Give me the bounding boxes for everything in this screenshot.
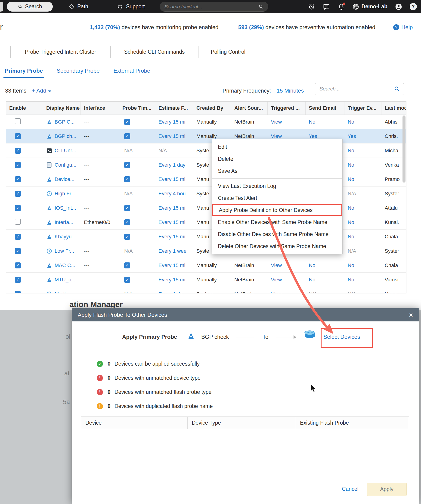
scrollbar-thumb[interactable]: [403, 115, 405, 183]
col-probe-timer[interactable]: Probe Tim...: [119, 102, 155, 114]
cell-trigger-event[interactable]: No: [344, 234, 381, 240]
search-module-button[interactable]: Search: [7, 2, 53, 12]
enable-checkbox[interactable]: ✓: [15, 133, 21, 139]
device-name-link[interactable]: BGP C...: [55, 119, 74, 125]
table-row[interactable]: ✓Mediu...---N/AEvery 1 daySystemNetBrain…: [6, 287, 406, 294]
cell-estimate-frequency[interactable]: Every 15 mi: [155, 277, 193, 283]
cell-estimate-frequency[interactable]: Every 15 mi: [155, 234, 193, 240]
cell-display-name[interactable]: Khayyu...: [43, 234, 81, 240]
device-name-link[interactable]: Khayyu...: [55, 234, 76, 240]
enable-checkbox[interactable]: ✓: [15, 234, 21, 240]
primary-frequency-value[interactable]: 15 Minutes: [277, 87, 304, 94]
path-button[interactable]: Path: [69, 0, 88, 13]
support-button[interactable]: Support: [117, 0, 145, 13]
col-alert-source[interactable]: Alert Sour...: [231, 102, 268, 114]
menu-item[interactable]: Enable Other Devices with Same Probe Nam…: [212, 216, 342, 228]
col-triggered[interactable]: Triggered ...: [268, 102, 306, 114]
cell-trigger-event[interactable]: No: [344, 176, 381, 182]
device-name-link[interactable]: Mediu...: [55, 291, 73, 294]
device-name-link[interactable]: Configu...: [55, 162, 76, 168]
device-name-link[interactable]: BGP ch...: [55, 133, 76, 139]
table-row[interactable]: ✓BGP ch...---✓Every 15 miManuallyNetBrai…: [6, 129, 406, 144]
cell-trigger-event[interactable]: No: [344, 162, 381, 168]
select-devices-link[interactable]: Select Devices: [323, 334, 360, 340]
cell-trigger-event[interactable]: No: [344, 148, 381, 154]
cell-send-email[interactable]: No: [306, 262, 344, 268]
enable-checkbox[interactable]: ✓: [15, 176, 21, 182]
cell-display-name[interactable]: High Fr...: [43, 191, 81, 197]
enable-checkbox[interactable]: ✓: [15, 162, 21, 168]
cell-send-email[interactable]: N/A: [306, 291, 344, 294]
cell-estimate-frequency[interactable]: Every 1 day: [155, 162, 193, 168]
cell-display-name[interactable]: CLI Unr...: [43, 148, 81, 154]
probe-timer-checkbox[interactable]: ✓: [124, 119, 130, 125]
menu-item[interactable]: Delete: [212, 153, 342, 165]
device-name-link[interactable]: MAC C...: [55, 262, 75, 268]
probe-timer-checkbox[interactable]: ✓: [124, 176, 130, 182]
cell-estimate-frequency[interactable]: Every 15 mi: [155, 205, 193, 211]
table-row[interactable]: BGP C...---✓Every 15 miManuallyNetBrainV…: [6, 115, 406, 129]
probe-timer-checkbox[interactable]: ✓: [124, 205, 130, 211]
help-link[interactable]: ? Help: [393, 24, 413, 30]
cell-estimate-frequency[interactable]: Every 4 hou: [155, 191, 193, 197]
cell-display-name[interactable]: Interfa...: [43, 219, 81, 225]
user-avatar[interactable]: [395, 3, 402, 10]
col-trigger-event[interactable]: Trigger Ev...: [344, 102, 381, 114]
menu-item[interactable]: Create Test Alert: [212, 192, 342, 204]
cell-display-name[interactable]: Configu...: [43, 162, 81, 168]
tab-probe-triggered-intent-cluster[interactable]: Probe Triggered Intent Cluster: [10, 46, 111, 58]
cell-send-email[interactable]: No: [306, 277, 344, 283]
menu-item[interactable]: Disable Other Devices with Same Probe Na…: [212, 228, 342, 240]
enable-checkbox[interactable]: ✓: [15, 148, 21, 154]
probe-timer-checkbox[interactable]: ✓: [124, 262, 130, 268]
cell-display-name[interactable]: MTU_c...: [43, 277, 81, 283]
device-name-link[interactable]: IOS_Int...: [55, 205, 76, 211]
cell-trigger-event[interactable]: No: [344, 205, 381, 211]
cancel-button[interactable]: Cancel: [342, 486, 359, 492]
alarm-icon[interactable]: [308, 3, 315, 10]
table-row[interactable]: ✓Device...---✓Every 15 miManuNoPramo: [6, 172, 406, 186]
device-name-link[interactable]: CLI Unr...: [55, 148, 76, 154]
tenant-selector[interactable]: Demo-Lab: [352, 3, 387, 10]
cell-estimate-frequency[interactable]: Every 15 mi: [155, 119, 193, 125]
cell-display-name[interactable]: MAC C...: [43, 262, 81, 268]
subtab-primary-probe[interactable]: Primary Probe: [3, 68, 44, 78]
close-icon[interactable]: ×: [409, 311, 413, 319]
device-name-link[interactable]: Interfa...: [55, 219, 73, 225]
cell-display-name[interactable]: BGP ch...: [43, 133, 81, 139]
notifications-bell-icon[interactable]: [338, 3, 345, 10]
cell-trigger-event[interactable]: No: [344, 262, 381, 268]
enable-checkbox[interactable]: ✓: [15, 291, 21, 294]
enable-checkbox[interactable]: [15, 118, 21, 124]
probe-timer-checkbox[interactable]: ✓: [124, 133, 130, 139]
add-button[interactable]: + Add: [32, 87, 51, 94]
subtab-secondary-probe[interactable]: Secondary Probe: [55, 68, 101, 78]
subtab-external-probe[interactable]: External Probe: [112, 68, 152, 78]
cell-trigger-event[interactable]: N/A: [344, 291, 381, 294]
cell-estimate-frequency[interactable]: Every 15 mi: [155, 262, 193, 268]
cell-trigger-event[interactable]: No: [344, 219, 381, 225]
col-display-name[interactable]: Display Name: [43, 102, 81, 114]
table-row[interactable]: Interfa...Ethernet0/0✓Every 15 miManuNoK…: [6, 215, 406, 229]
menu-item[interactable]: Delete Other Devices with Same Probe Nam…: [212, 240, 342, 252]
col-send-email[interactable]: Send Email: [306, 102, 344, 114]
device-name-link[interactable]: Low Fr...: [55, 248, 74, 254]
table-search[interactable]: [315, 83, 404, 95]
device-name-link[interactable]: High Fr...: [55, 191, 75, 197]
table-row[interactable]: ✓IOS_Int...---✓Every 15 miManuNoAttalu: [6, 201, 406, 215]
cell-send-email[interactable]: Yes: [306, 133, 344, 139]
cell-display-name[interactable]: IOS_Int...: [43, 205, 81, 211]
cell-triggered-view-link[interactable]: View: [268, 291, 306, 294]
cell-triggered-view-link[interactable]: View: [268, 133, 306, 139]
col-estimate-frequency[interactable]: Estimate F...: [155, 102, 193, 114]
cell-estimate-frequency[interactable]: Every 15 mi: [155, 219, 193, 225]
cell-trigger-event[interactable]: N/A: [344, 248, 381, 254]
cell-display-name[interactable]: Low Fr...: [43, 248, 81, 254]
col-enable[interactable]: Enable: [6, 102, 43, 114]
device-name-link[interactable]: MTU_c...: [55, 277, 75, 283]
cell-trigger-event[interactable]: No: [344, 277, 381, 283]
cell-triggered-view-link[interactable]: View: [268, 119, 306, 125]
table-row[interactable]: ✓CLI Unr...---N/AN/ASysteNoMicha: [6, 144, 406, 158]
menu-item[interactable]: Edit: [212, 141, 342, 153]
enable-checkbox[interactable]: ✓: [15, 191, 21, 197]
